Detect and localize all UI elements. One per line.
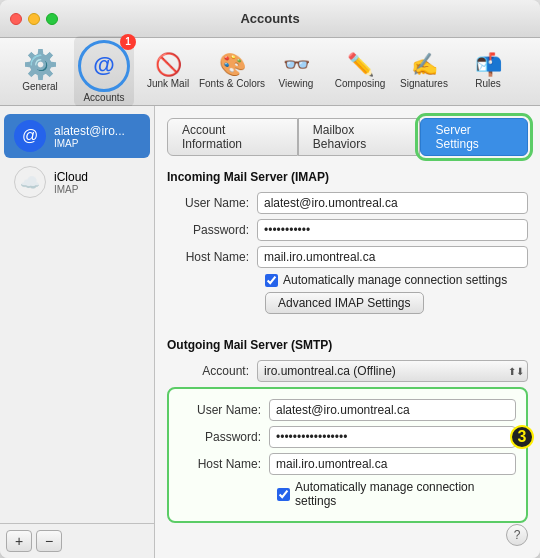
- toolbar-signatures[interactable]: ✍️ Signatures: [394, 50, 454, 93]
- icloud-name: iCloud: [54, 170, 88, 184]
- accounts-icon: @: [93, 54, 114, 76]
- incoming-auto-manage-row: Automatically manage connection settings: [167, 273, 528, 287]
- traffic-lights: [10, 13, 58, 25]
- icloud-type: IMAP: [54, 184, 88, 195]
- toolbar-rules[interactable]: 📬 Rules: [458, 50, 518, 93]
- outgoing-username-label: User Name:: [179, 403, 269, 417]
- junk-icon: 🚫: [155, 54, 182, 76]
- titlebar: Accounts: [0, 0, 540, 38]
- outgoing-password-input[interactable]: [269, 426, 516, 448]
- minimize-button[interactable]: [28, 13, 40, 25]
- outgoing-hostname-label: Host Name:: [179, 457, 269, 471]
- icloud-info: iCloud IMAP: [54, 170, 88, 195]
- incoming-username-row: User Name:: [167, 192, 528, 214]
- sidebar-item-icloud[interactable]: ☁️ iCloud IMAP: [4, 160, 150, 204]
- outgoing-account-row: Account: iro.umontreal.ca (Offline) ⬆⬇: [167, 360, 528, 382]
- toolbar-fonts-label: Fonts & Colors: [199, 78, 265, 89]
- window-body: @ alatest@iro... IMAP ☁️ iCloud IMAP +: [0, 106, 540, 558]
- outgoing-auto-manage-checkbox[interactable]: [277, 488, 290, 501]
- outgoing-account-label: Account:: [167, 364, 257, 378]
- main-panel: Account Information Mailbox Behaviors Se…: [155, 106, 540, 558]
- outgoing-auto-manage-row: Automatically manage connection settings: [179, 480, 516, 508]
- accounts-window: Accounts ⚙️ General @ Accounts 🚫 Junk Ma…: [0, 0, 540, 558]
- incoming-section: Incoming Mail Server (IMAP) User Name: P…: [167, 170, 528, 324]
- fonts-icon: 🎨: [219, 54, 246, 76]
- incoming-hostname-row: Host Name:: [167, 246, 528, 268]
- incoming-username-label: User Name:: [167, 196, 257, 210]
- toolbar-general[interactable]: ⚙️ General: [10, 47, 70, 96]
- toolbar-accounts-label: Accounts: [83, 92, 124, 103]
- composing-icon: ✏️: [347, 54, 374, 76]
- alatest-name: alatest@iro...: [54, 124, 125, 138]
- close-button[interactable]: [10, 13, 22, 25]
- outgoing-account-select[interactable]: iro.umontreal.ca (Offline): [257, 360, 528, 382]
- accounts-circle: @: [78, 40, 130, 92]
- add-account-button[interactable]: +: [6, 530, 32, 552]
- toolbar: ⚙️ General @ Accounts 🚫 Junk Mail 🎨 Font…: [0, 38, 540, 106]
- sidebar-footer: + −: [0, 523, 154, 558]
- advanced-imap-button[interactable]: Advanced IMAP Settings: [265, 292, 424, 314]
- outgoing-credentials-box: User Name: Password: 3 Host Name:: [167, 387, 528, 523]
- toolbar-junk-label: Junk Mail: [147, 78, 189, 89]
- toolbar-general-label: General: [22, 81, 58, 92]
- icloud-icon: ☁️: [14, 166, 46, 198]
- general-icon: ⚙️: [23, 51, 58, 79]
- outgoing-username-input[interactable]: [269, 399, 516, 421]
- incoming-password-label: Password:: [167, 223, 257, 237]
- toolbar-viewing[interactable]: 👓 Viewing: [266, 50, 326, 93]
- toolbar-composing-label: Composing: [335, 78, 386, 89]
- alatest-icon: @: [14, 120, 46, 152]
- sidebar: @ alatest@iro... IMAP ☁️ iCloud IMAP +: [0, 106, 155, 558]
- outgoing-hostname-row: Host Name:: [179, 453, 516, 475]
- incoming-password-input[interactable]: [257, 219, 528, 241]
- toolbar-signatures-label: Signatures: [400, 78, 448, 89]
- alatest-info: alatest@iro... IMAP: [54, 124, 125, 149]
- viewing-icon: 👓: [283, 54, 310, 76]
- outgoing-password-label: Password:: [179, 430, 269, 444]
- help-button[interactable]: ?: [506, 524, 528, 546]
- incoming-hostname-label: Host Name:: [167, 250, 257, 264]
- incoming-section-header: Incoming Mail Server (IMAP): [167, 170, 528, 184]
- alatest-type: IMAP: [54, 138, 125, 149]
- rules-icon: 📬: [475, 54, 502, 76]
- outgoing-section: Outgoing Mail Server (SMTP) Account: iro…: [167, 338, 528, 523]
- incoming-auto-manage-label: Automatically manage connection settings: [283, 273, 507, 287]
- incoming-password-row: Password:: [167, 219, 528, 241]
- incoming-username-input[interactable]: [257, 192, 528, 214]
- tab-account-info[interactable]: Account Information: [167, 118, 298, 156]
- advanced-btn-wrapper: Advanced IMAP Settings: [167, 292, 528, 324]
- window-title: Accounts: [240, 11, 299, 26]
- toolbar-fonts-colors[interactable]: 🎨 Fonts & Colors: [202, 50, 262, 93]
- tab-server-settings[interactable]: Server Settings: [420, 118, 528, 156]
- outgoing-section-header: Outgoing Mail Server (SMTP): [167, 338, 528, 352]
- toolbar-composing[interactable]: ✏️ Composing: [330, 50, 390, 93]
- tab-mailbox-behaviors[interactable]: Mailbox Behaviors: [298, 118, 421, 156]
- badge-3: 3: [510, 425, 534, 449]
- outgoing-username-row: User Name:: [179, 399, 516, 421]
- toolbar-junk[interactable]: 🚫 Junk Mail: [138, 50, 198, 93]
- toolbar-accounts[interactable]: @ Accounts: [74, 36, 134, 107]
- tabs: Account Information Mailbox Behaviors Se…: [167, 118, 528, 156]
- remove-account-button[interactable]: −: [36, 530, 62, 552]
- outgoing-password-row: Password: 3: [179, 426, 516, 448]
- zoom-button[interactable]: [46, 13, 58, 25]
- sidebar-item-alatest[interactable]: @ alatest@iro... IMAP: [4, 114, 150, 158]
- toolbar-viewing-label: Viewing: [279, 78, 314, 89]
- incoming-hostname-input[interactable]: [257, 246, 528, 268]
- outgoing-hostname-input[interactable]: [269, 453, 516, 475]
- outgoing-auto-manage-label: Automatically manage connection settings: [295, 480, 516, 508]
- signatures-icon: ✍️: [411, 54, 438, 76]
- outgoing-account-select-wrapper: iro.umontreal.ca (Offline) ⬆⬇: [257, 360, 528, 382]
- incoming-auto-manage-checkbox[interactable]: [265, 274, 278, 287]
- toolbar-rules-label: Rules: [475, 78, 501, 89]
- sidebar-accounts-list: @ alatest@iro... IMAP ☁️ iCloud IMAP: [0, 106, 154, 523]
